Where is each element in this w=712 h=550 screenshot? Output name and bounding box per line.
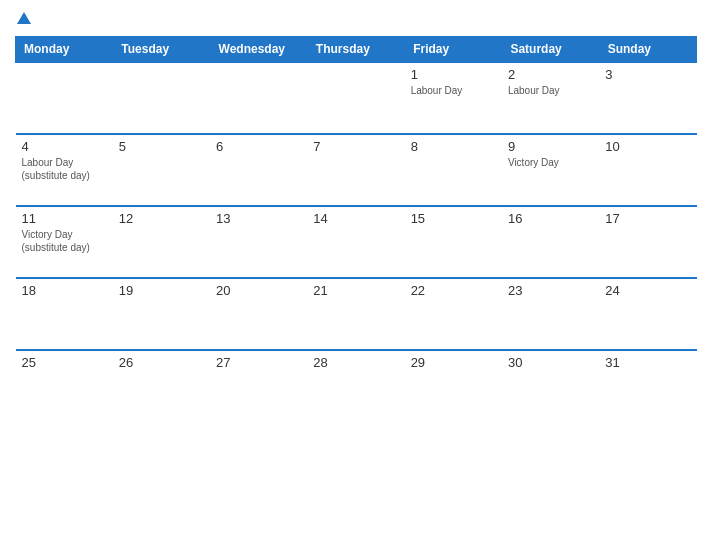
holiday-label: Victory Day (substitute day) xyxy=(22,228,107,254)
day-number: 7 xyxy=(313,139,398,154)
day-number: 9 xyxy=(508,139,593,154)
calendar-cell: 3 xyxy=(599,62,696,134)
day-number: 15 xyxy=(411,211,496,226)
day-number: 16 xyxy=(508,211,593,226)
calendar-cell: 28 xyxy=(307,350,404,422)
calendar-cell: 12 xyxy=(113,206,210,278)
day-number: 23 xyxy=(508,283,593,298)
calendar-cell xyxy=(113,62,210,134)
calendar-cell: 6 xyxy=(210,134,307,206)
day-number: 19 xyxy=(119,283,204,298)
day-number: 1 xyxy=(411,67,496,82)
day-number: 29 xyxy=(411,355,496,370)
calendar-cell: 29 xyxy=(405,350,502,422)
weekday-header-wednesday: Wednesday xyxy=(210,37,307,63)
calendar-cell xyxy=(16,62,113,134)
calendar-week-5: 25262728293031 xyxy=(16,350,697,422)
day-number: 21 xyxy=(313,283,398,298)
day-number: 12 xyxy=(119,211,204,226)
calendar-cell: 13 xyxy=(210,206,307,278)
day-number: 8 xyxy=(411,139,496,154)
day-number: 31 xyxy=(605,355,690,370)
calendar-cell: 15 xyxy=(405,206,502,278)
weekday-header-monday: Monday xyxy=(16,37,113,63)
calendar-cell: 9Victory Day xyxy=(502,134,599,206)
logo-general-line xyxy=(15,10,31,28)
holiday-label: Labour Day (substitute day) xyxy=(22,156,107,182)
day-number: 4 xyxy=(22,139,107,154)
calendar-week-4: 18192021222324 xyxy=(16,278,697,350)
weekday-header-friday: Friday xyxy=(405,37,502,63)
calendar-cell: 20 xyxy=(210,278,307,350)
calendar-cell: 2Labour Day xyxy=(502,62,599,134)
calendar-cell: 17 xyxy=(599,206,696,278)
page: MondayTuesdayWednesdayThursdayFridaySatu… xyxy=(0,0,712,550)
calendar-cell: 18 xyxy=(16,278,113,350)
calendar-cell: 16 xyxy=(502,206,599,278)
day-number: 5 xyxy=(119,139,204,154)
calendar-cell: 31 xyxy=(599,350,696,422)
holiday-label: Victory Day xyxy=(508,156,593,169)
calendar-table: MondayTuesdayWednesdayThursdayFridaySatu… xyxy=(15,36,697,422)
logo-triangle-icon xyxy=(17,12,31,24)
calendar-cell xyxy=(210,62,307,134)
calendar-cell: 5 xyxy=(113,134,210,206)
day-number: 24 xyxy=(605,283,690,298)
day-number: 3 xyxy=(605,67,690,82)
weekday-header-row: MondayTuesdayWednesdayThursdayFridaySatu… xyxy=(16,37,697,63)
day-number: 17 xyxy=(605,211,690,226)
day-number: 25 xyxy=(22,355,107,370)
calendar-week-1: 1Labour Day2Labour Day3 xyxy=(16,62,697,134)
calendar-cell: 14 xyxy=(307,206,404,278)
day-number: 22 xyxy=(411,283,496,298)
weekday-header-saturday: Saturday xyxy=(502,37,599,63)
day-number: 18 xyxy=(22,283,107,298)
calendar-cell: 8 xyxy=(405,134,502,206)
day-number: 27 xyxy=(216,355,301,370)
calendar-cell xyxy=(307,62,404,134)
calendar-week-3: 11Victory Day (substitute day)1213141516… xyxy=(16,206,697,278)
calendar-cell: 11Victory Day (substitute day) xyxy=(16,206,113,278)
day-number: 26 xyxy=(119,355,204,370)
holiday-label: Labour Day xyxy=(411,84,496,97)
weekday-header-tuesday: Tuesday xyxy=(113,37,210,63)
weekday-header-thursday: Thursday xyxy=(307,37,404,63)
day-number: 2 xyxy=(508,67,593,82)
logo xyxy=(15,10,31,28)
day-number: 11 xyxy=(22,211,107,226)
calendar-cell: 26 xyxy=(113,350,210,422)
day-number: 30 xyxy=(508,355,593,370)
calendar-cell: 23 xyxy=(502,278,599,350)
calendar-week-2: 4Labour Day (substitute day)56789Victory… xyxy=(16,134,697,206)
calendar-cell: 19 xyxy=(113,278,210,350)
day-number: 13 xyxy=(216,211,301,226)
calendar-cell: 10 xyxy=(599,134,696,206)
calendar-cell: 27 xyxy=(210,350,307,422)
day-number: 10 xyxy=(605,139,690,154)
day-number: 6 xyxy=(216,139,301,154)
calendar-cell: 21 xyxy=(307,278,404,350)
day-number: 20 xyxy=(216,283,301,298)
calendar-cell: 1Labour Day xyxy=(405,62,502,134)
calendar-cell: 4Labour Day (substitute day) xyxy=(16,134,113,206)
header xyxy=(15,10,697,28)
calendar-cell: 24 xyxy=(599,278,696,350)
calendar-cell: 25 xyxy=(16,350,113,422)
weekday-header-sunday: Sunday xyxy=(599,37,696,63)
day-number: 28 xyxy=(313,355,398,370)
calendar-cell: 30 xyxy=(502,350,599,422)
holiday-label: Labour Day xyxy=(508,84,593,97)
day-number: 14 xyxy=(313,211,398,226)
calendar-cell: 7 xyxy=(307,134,404,206)
calendar-cell: 22 xyxy=(405,278,502,350)
